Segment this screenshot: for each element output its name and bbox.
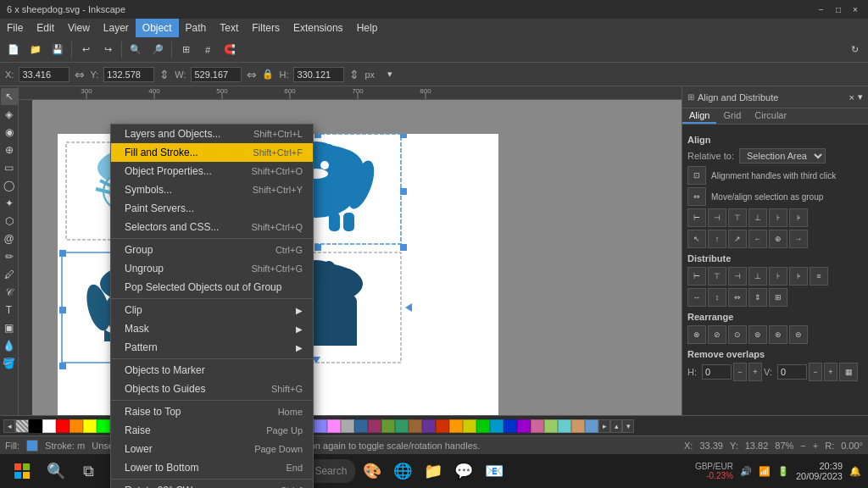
panel-close-icon[interactable]: × [849,92,854,103]
palette-swatch[interactable] [83,419,97,433]
menu-symbols[interactable]: Symbols... Shift+Ctrl+Y [111,180,313,199]
3d-box-tool[interactable]: ⬡ [1,213,18,230]
dist-bottom-btn[interactable]: ⊧ [789,267,808,286]
menu-extensions[interactable]: Extensions [287,19,350,37]
palette-swatch[interactable] [504,419,517,433]
tab-align[interactable]: Align [682,108,716,124]
ellipse-tool[interactable]: ◯ [1,177,18,194]
menu-help[interactable]: Help [350,19,385,37]
select-tool[interactable]: ↖ [1,88,18,105]
wifi-icon[interactable]: 📶 [759,466,771,477]
notification-icon[interactable]: 🔔 [849,466,861,477]
unit-dropdown[interactable]: ▾ [380,64,400,85]
palette-swatch[interactable] [558,419,571,433]
palette-swatch[interactable] [409,419,422,433]
align-bottom-edge-btn[interactable]: ⊧ [789,208,808,227]
explorer-taskbar-btn[interactable]: 📁 [420,458,447,485]
undo-button[interactable]: ↩ [75,40,96,60]
menu-lower[interactable]: Lower Page Down [111,440,313,458]
grid-button[interactable]: # [198,40,218,60]
palette-down-btn[interactable]: ▾ [622,419,634,433]
menu-paint-servers[interactable]: Paint Servers... [111,199,313,218]
dist-eq-v-btn[interactable]: ↕ [708,288,726,307]
align-button[interactable]: ⊞ [175,40,196,60]
rearrange-3-btn[interactable]: ⊙ [728,325,747,344]
menu-path[interactable]: Path [179,19,214,37]
menu-selectors-css[interactable]: Selectors and CSS... Shift+Ctrl+Q [111,218,313,236]
dist-top-btn[interactable]: ⊥ [748,267,767,286]
rect-tool[interactable]: ▭ [1,159,18,176]
pen-tool[interactable]: 🖊 [1,266,18,283]
text-tool[interactable]: T [1,302,18,319]
palette-swatch[interactable] [97,419,110,433]
y-arrow-icon[interactable]: ⇕ [159,68,170,81]
align-top-edge-btn[interactable]: ⊥ [748,208,767,227]
palette-x-btn[interactable] [15,419,29,433]
outlook-taskbar-btn[interactable]: 📧 [481,458,508,485]
align-tc-btn[interactable]: ↑ [708,230,726,248]
palette-swatch[interactable] [585,419,598,433]
zoom-in-button[interactable]: 🔍 [125,40,146,60]
v-overlap-inc-btn[interactable]: + [824,363,837,381]
save-button[interactable]: 💾 [47,40,68,60]
rearrange-4-btn[interactable]: ⊚ [748,325,767,344]
chrome-taskbar-btn[interactable]: 🌐 [389,458,416,485]
y-input[interactable] [103,67,154,82]
menu-clip[interactable]: Clip ▶ [111,301,313,319]
align-tr-btn[interactable]: ↗ [728,230,747,248]
palette-swatch[interactable] [341,419,354,433]
menu-raise-to-top[interactable]: Raise to Top Home [111,402,313,421]
menu-filters[interactable]: Filters [245,19,287,37]
dist-center-h-btn[interactable]: ⊤ [708,267,726,286]
menu-pop-selected[interactable]: Pop Selected Objects out of Group [111,278,313,297]
search-taskbar-btn[interactable]: 🔍 [42,458,70,485]
palette-swatch[interactable] [463,419,476,433]
overlap-apply-btn[interactable]: ▦ [839,363,858,381]
paint-bucket-tool[interactable]: 🪣 [1,355,18,372]
dist-eq-h-btn[interactable]: ↔ [687,288,706,307]
zoom-level[interactable]: 87% [775,441,793,451]
align-tl-btn[interactable]: ↖ [687,230,706,248]
align-handles-btn[interactable]: ⊡ [687,166,706,185]
calligraphy-tool[interactable]: 𝒞 [1,284,18,301]
align-cl-btn[interactable]: ← [748,230,767,248]
tab-grid[interactable]: Grid [716,108,748,124]
palette-swatch[interactable] [422,419,436,433]
pencil-tool[interactable]: ✏ [1,248,18,265]
palette-swatch[interactable] [42,419,56,433]
spiral-tool[interactable]: @ [1,230,18,247]
menu-file[interactable]: File [0,19,30,37]
h-input[interactable] [293,67,344,82]
battery-icon[interactable]: 🔋 [777,466,789,477]
menu-layers-objects[interactable]: Layers and Objects... Shift+Ctrl+L [111,125,313,143]
rearrange-2-btn[interactable]: ⊘ [708,325,726,344]
palette-swatch[interactable] [368,419,381,433]
panel-menu-icon[interactable]: ▾ [858,92,863,103]
align-right-edge-btn[interactable]: ⊤ [728,208,747,227]
redo-button[interactable]: ↪ [97,40,118,60]
dist-right-btn[interactable]: ⊣ [728,267,747,286]
task-view-btn[interactable]: ⧉ [75,458,102,485]
palette-prev-btn[interactable]: ◂ [3,419,15,433]
rearrange-5-btn[interactable]: ⊛ [769,325,787,344]
dist-v-btn[interactable]: ⇕ [748,288,767,307]
close-button[interactable]: × [849,3,861,15]
menu-pattern[interactable]: Pattern ▶ [111,338,313,357]
menu-view[interactable]: View [61,19,97,37]
align-left-edge-btn[interactable]: ⊢ [687,208,706,227]
menu-text[interactable]: Text [213,19,245,37]
snap-button[interactable]: 🧲 [220,40,240,60]
palette-swatch[interactable] [354,419,368,433]
palette-swatch[interactable] [70,419,83,433]
w-arrow-icon[interactable]: ⇔ [247,68,257,81]
gradient-tool[interactable]: ▣ [1,319,18,336]
x-input[interactable] [19,67,70,82]
clock-widget[interactable]: 20:39 20/09/2023 [796,461,843,481]
teams-taskbar-btn[interactable]: 💬 [450,458,477,485]
palette-swatch[interactable] [327,419,341,433]
dropper-tool[interactable]: 💧 [1,337,18,354]
zoom-tool[interactable]: ⊕ [1,141,18,158]
dist-extra-btn[interactable]: ≡ [810,267,828,286]
maximize-button[interactable]: □ [832,3,844,15]
menu-layer[interactable]: Layer [97,19,136,37]
